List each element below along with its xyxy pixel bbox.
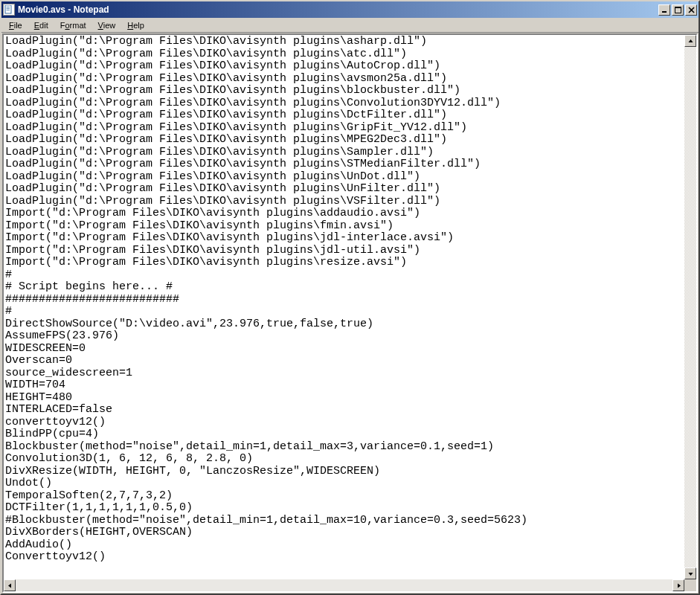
menu-help[interactable]: Help (121, 19, 150, 31)
horizontal-scrollbar[interactable] (4, 579, 684, 591)
editor-area: LoadPlugin("d:\Program Files\DIKO\avisyn… (2, 33, 698, 593)
menu-edit[interactable]: Edit (28, 19, 54, 31)
menu-file[interactable]: File (3, 19, 28, 31)
svg-rect-0 (5, 5, 11, 13)
svg-marker-12 (678, 583, 681, 588)
svg-rect-6 (675, 7, 681, 8)
scroll-right-button[interactable] (672, 579, 684, 591)
notepad-window: Movie0.avs - Notepad File Edit Format Vi… (0, 0, 700, 595)
scroll-corner (684, 579, 696, 591)
scroll-down-button[interactable] (684, 567, 696, 579)
svg-marker-10 (688, 573, 693, 576)
vertical-scroll-track[interactable] (684, 47, 696, 567)
menu-format[interactable]: Format (54, 19, 92, 31)
titlebar[interactable]: Movie0.avs - Notepad (1, 1, 699, 18)
menubar: File Edit Format View Help (1, 18, 699, 33)
scroll-up-button[interactable] (684, 35, 696, 47)
maximize-button[interactable] (672, 4, 684, 16)
svg-marker-9 (688, 39, 693, 42)
text-editor[interactable]: LoadPlugin("d:\Program Files\DIKO\avisyn… (4, 35, 684, 579)
menu-view[interactable]: View (92, 19, 122, 31)
vertical-scrollbar[interactable] (684, 35, 696, 579)
close-button[interactable] (685, 4, 697, 16)
svg-rect-4 (662, 11, 667, 13)
window-title: Movie0.avs - Notepad (18, 4, 658, 15)
scroll-left-button[interactable] (4, 579, 16, 591)
app-icon (3, 4, 15, 16)
minimize-button[interactable] (658, 4, 670, 16)
horizontal-scroll-track[interactable] (16, 579, 672, 591)
window-controls (658, 4, 697, 16)
svg-marker-11 (8, 583, 11, 588)
